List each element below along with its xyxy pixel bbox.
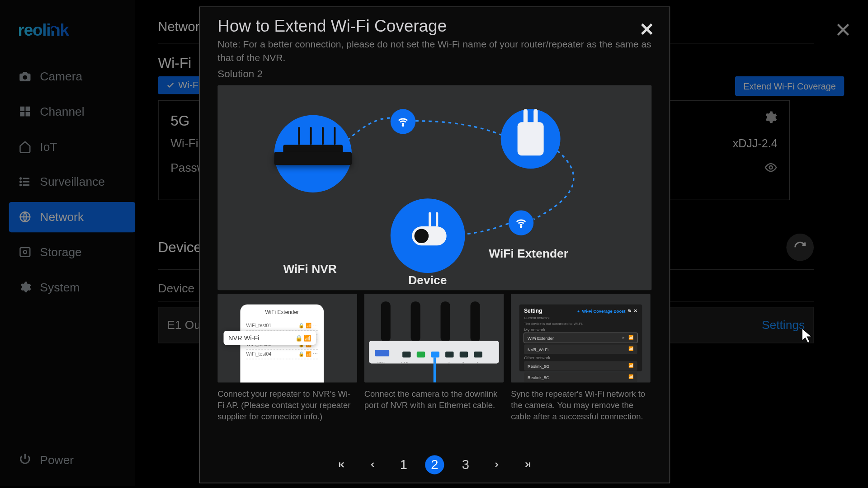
pagination: 1 2 3 <box>200 455 670 474</box>
pagination-page-2[interactable]: 2 <box>425 455 444 474</box>
device-node <box>391 198 465 273</box>
step-3-illustration: Setting●Wi-Fi Coverage Boost↻✕ Current n… <box>511 294 651 382</box>
nvr-label: WiFi NVR <box>283 262 336 276</box>
step-2-caption: Connect the camera to the downlink port … <box>364 389 504 411</box>
modal-title: How to Extend Wi-Fi Coverage <box>217 17 651 36</box>
modal-subtitle: Solution 2 <box>217 69 651 80</box>
extender-node <box>501 109 561 169</box>
step-3: Setting●Wi-Fi Coverage Boost↻✕ Current n… <box>511 294 651 422</box>
pagination-page-3[interactable]: 3 <box>456 455 475 474</box>
pagination-last[interactable] <box>518 455 537 474</box>
step-1: WiFi Extender WiFi_test01🔒 📶 ⋯ WiFi_test… <box>217 294 357 422</box>
wifi-signal-icon <box>391 109 415 134</box>
pagination-prev[interactable] <box>363 455 382 474</box>
device-label: Device <box>408 274 447 287</box>
pagination-first[interactable] <box>332 455 351 474</box>
modal-close-button[interactable]: ✕ <box>639 19 654 40</box>
wifi-signal-icon <box>509 211 533 235</box>
step-2: CVS LAN 1 2 3 4 Connect the camera to th… <box>364 294 504 422</box>
step-3-caption: Sync the repeater's Wi-Fi network to the… <box>511 389 651 422</box>
step-2-illustration: CVS LAN 1 2 3 4 <box>364 294 504 382</box>
extend-wifi-modal: ✕ How to Extend Wi-Fi Coverage Note: For… <box>199 7 670 483</box>
topology-diagram: WiFi NVR WiFi Extender Device <box>217 85 651 291</box>
pagination-page-1[interactable]: 1 <box>394 455 413 474</box>
svg-point-16 <box>402 125 403 126</box>
pagination-next[interactable] <box>487 455 506 474</box>
modal-note: Note: For a better connection, please do… <box>217 38 651 64</box>
extender-label: WiFi Extender <box>489 247 568 260</box>
step-1-caption: Connect your repeater to NVR's Wi-Fi AP.… <box>217 389 357 422</box>
step-1-illustration: WiFi Extender WiFi_test01🔒 📶 ⋯ WiFi_test… <box>217 294 357 382</box>
nvr-node <box>274 115 352 192</box>
svg-point-17 <box>520 226 521 227</box>
